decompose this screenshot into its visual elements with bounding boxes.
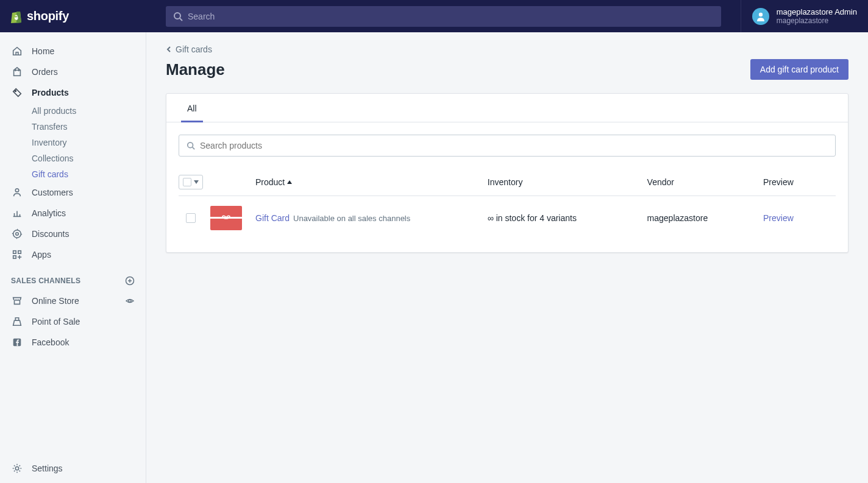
- caret-down-icon: [194, 180, 199, 184]
- topbar: shopify mageplazastore Admin mageplazast…: [0, 0, 868, 32]
- col-product-label: Product: [255, 177, 285, 187]
- row-inventory: ∞ in stock for 4 variants: [488, 213, 647, 223]
- preview-link[interactable]: Preview: [763, 213, 794, 223]
- page-header: Manage Add gift card product: [166, 59, 848, 80]
- column-header-preview: Preview: [763, 177, 836, 187]
- products-icon: [11, 86, 23, 99]
- product-link[interactable]: Gift Card: [255, 213, 290, 223]
- svg-point-2: [759, 12, 763, 16]
- profile-name: mageplazastore Admin: [777, 7, 857, 17]
- page-title: Manage: [166, 60, 225, 79]
- svg-point-10: [13, 230, 21, 238]
- sidebar-sub-collections[interactable]: Collections: [0, 150, 146, 166]
- avatar: [752, 8, 769, 25]
- sidebar-label-analytics: Analytics: [32, 208, 135, 218]
- profile-menu[interactable]: mageplazastore Admin mageplazastore: [741, 0, 868, 32]
- column-header-vendor[interactable]: Vendor: [647, 177, 763, 187]
- sidebar-sub-all-products[interactable]: All products: [0, 103, 146, 119]
- sidebar-sub-transfers[interactable]: Transfers: [0, 119, 146, 135]
- sidebar-label-products: Products: [32, 88, 135, 97]
- product-meta: Unavailable on all sales channels: [293, 214, 410, 223]
- breadcrumb[interactable]: Gift cards: [166, 44, 212, 54]
- column-header-product[interactable]: Product: [255, 177, 488, 187]
- svg-point-23: [188, 143, 193, 148]
- sidebar-item-home[interactable]: Home: [0, 41, 146, 62]
- main-content: Gift cards Manage Add gift card product …: [146, 32, 868, 265]
- sidebar-sub-gift-cards[interactable]: Gift cards: [0, 166, 146, 182]
- profile-store: mageplazastore: [777, 16, 857, 25]
- row-vendor: mageplazastore: [647, 213, 763, 223]
- svg-point-11: [16, 233, 19, 236]
- gift-card-thumbnail: [210, 206, 242, 230]
- sidebar-label-orders: Orders: [32, 67, 135, 77]
- sidebar-item-customers[interactable]: Customers: [0, 182, 146, 203]
- checkbox-icon: [183, 178, 191, 186]
- customers-icon: [11, 186, 23, 199]
- sidebar-label-home: Home: [32, 46, 135, 56]
- svg-line-1: [180, 18, 182, 21]
- chevron-left-icon: [166, 46, 172, 53]
- sidebar-label-customers: Customers: [32, 188, 135, 197]
- analytics-icon: [11, 207, 23, 219]
- products-card: All Product Inventory: [166, 93, 848, 253]
- add-gift-card-button[interactable]: Add gift card product: [750, 59, 848, 80]
- profile-text: mageplazastore Admin mageplazastore: [777, 7, 857, 26]
- svg-rect-3: [14, 70, 21, 76]
- sidebar-item-orders[interactable]: Orders: [0, 62, 146, 82]
- logo-area[interactable]: shopify: [0, 9, 146, 24]
- search-products-input[interactable]: [200, 141, 828, 150]
- search-area: [146, 6, 741, 27]
- search-icon: [173, 12, 183, 21]
- apps-icon: [11, 249, 23, 261]
- svg-point-5: [15, 189, 18, 192]
- sidebar-label-apps: Apps: [32, 250, 135, 259]
- sidebar-item-analytics[interactable]: Analytics: [0, 203, 146, 224]
- brand-text: shopify: [27, 9, 69, 23]
- table-row: Gift Card Unavailable on all sales chann…: [179, 196, 836, 240]
- orders-icon: [11, 66, 23, 78]
- table-header: Product Inventory Vendor Preview: [179, 169, 836, 196]
- select-all-dropdown[interactable]: [179, 175, 203, 189]
- svg-line-24: [193, 147, 195, 150]
- column-header-inventory[interactable]: Inventory: [488, 177, 647, 187]
- tabs: All: [166, 94, 848, 122]
- discounts-icon: [11, 228, 23, 240]
- global-search[interactable]: [166, 6, 721, 27]
- shopify-bag-icon: [10, 9, 23, 24]
- sidebar-label-discounts: Discounts: [32, 229, 135, 239]
- tab-all[interactable]: All: [179, 94, 205, 122]
- sidebar-sub-inventory[interactable]: Inventory: [0, 135, 146, 150]
- sidebar-item-apps[interactable]: Apps: [0, 244, 146, 265]
- home-icon: [11, 45, 23, 57]
- sidebar: Home Orders Products All products Transf…: [0, 32, 146, 265]
- svg-rect-12: [13, 251, 16, 254]
- svg-rect-14: [13, 256, 16, 259]
- breadcrumb-text: Gift cards: [176, 44, 212, 54]
- search-input[interactable]: [188, 12, 714, 21]
- svg-rect-13: [18, 251, 21, 254]
- svg-point-4: [15, 90, 16, 91]
- sidebar-item-discounts[interactable]: Discounts: [0, 224, 146, 244]
- card-body: Product Inventory Vendor Preview: [166, 122, 848, 252]
- search-products[interactable]: [179, 135, 836, 157]
- sort-asc-icon: [287, 180, 292, 184]
- sidebar-item-products[interactable]: Products: [0, 82, 146, 103]
- search-icon: [187, 141, 195, 150]
- row-checkbox[interactable]: [186, 213, 196, 223]
- svg-point-0: [174, 13, 180, 19]
